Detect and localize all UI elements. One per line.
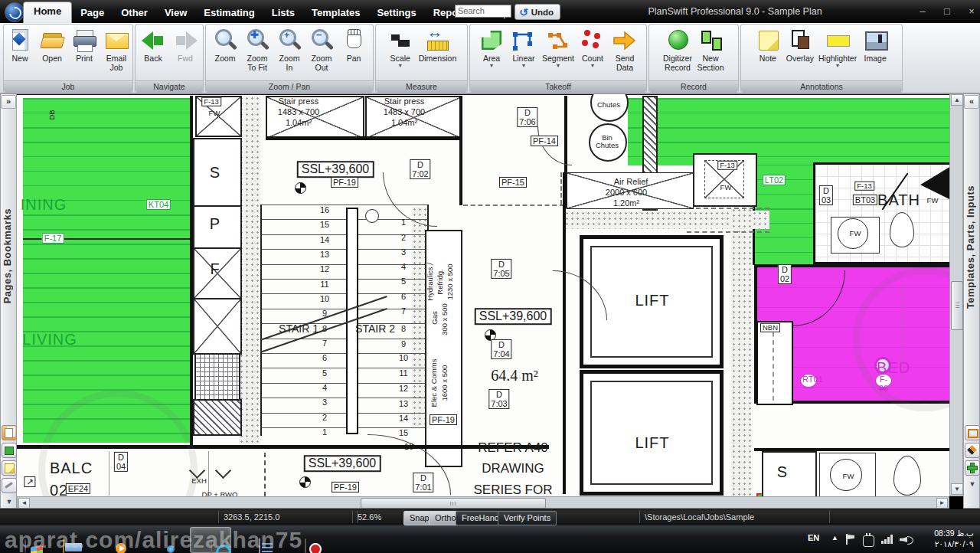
group-label-navigate: Navigate xyxy=(136,80,203,92)
power-plug-icon[interactable] xyxy=(863,535,874,547)
minimize-button[interactable]: – xyxy=(913,5,933,17)
plan-survey-marker xyxy=(295,182,306,194)
dimension-button[interactable]: ↔ Dimension xyxy=(416,25,459,64)
count-label: Count xyxy=(582,54,603,63)
plan-hatch-band xyxy=(731,165,751,496)
app-logo-icon[interactable] xyxy=(5,2,24,22)
scroll-right-arrow[interactable]: ► xyxy=(936,498,948,509)
left-panel-label[interactable]: Pages, Bookmarks xyxy=(2,208,17,303)
segment-button[interactable]: Segment ▼ xyxy=(540,25,577,68)
image-button[interactable]: Image xyxy=(859,25,891,64)
area-button[interactable]: Area ▼ xyxy=(475,25,508,68)
action-center-flag-icon[interactable] xyxy=(846,534,855,545)
pages-tool-icon[interactable] xyxy=(2,425,17,440)
highlighter-dropdown-arrow[interactable]: ▼ xyxy=(835,64,841,67)
email-job-button[interactable]: Email Job xyxy=(100,25,132,73)
plan-label: 13 xyxy=(320,250,329,259)
vertical-scroll-thumb[interactable]: lll xyxy=(951,281,963,330)
menu-tab[interactable]: Page xyxy=(72,4,113,23)
digitizer-record-button[interactable]: Digitizer Record xyxy=(661,25,694,73)
back-button[interactable]: Back xyxy=(137,25,169,64)
linear-dropdown-arrow[interactable]: ▼ xyxy=(521,64,527,67)
menu-tab[interactable]: Templates xyxy=(303,4,368,23)
count-button[interactable]: Count ▼ xyxy=(577,25,609,68)
plan-label: 7 xyxy=(401,306,406,316)
search-input[interactable]: Search xyxy=(455,5,511,18)
language-indicator[interactable]: EN xyxy=(808,533,819,542)
zoom-to-fit-button[interactable]: ✚ Zoom To Fit xyxy=(241,25,273,73)
plan-wall xyxy=(266,136,459,140)
ribbon: New Open Print Email Job Job Back Fwd Na… xyxy=(0,23,980,94)
clock[interactable]: ب.ظ 08:39 ۲۰۱۸/۳۰/۰۹ xyxy=(934,528,974,549)
restore-button[interactable]: □ xyxy=(937,5,957,17)
menu-tab[interactable]: Lists xyxy=(263,4,303,23)
drawing-canvas[interactable]: DBF-13FWStair press1483 x 7001.04m²Stair… xyxy=(17,93,949,496)
network-signal-icon[interactable] xyxy=(881,535,893,544)
zoom-out-button[interactable]: − Zoom Out xyxy=(305,25,338,73)
menu-tab[interactable]: Other xyxy=(113,4,156,23)
plan-label: 4 xyxy=(401,262,406,271)
close-button[interactable]: × xyxy=(962,5,980,17)
new-button[interactable]: New xyxy=(4,25,36,64)
menu-tab[interactable]: View xyxy=(156,4,195,23)
plan-label: 3 xyxy=(322,398,327,407)
menu-tab[interactable]: Settings xyxy=(368,4,424,23)
linear-button[interactable]: Linear ▼ xyxy=(508,25,540,68)
menu-tab[interactable]: Estimating xyxy=(195,4,263,23)
plan-label: DB xyxy=(48,110,56,119)
plan-survey-marker xyxy=(299,476,311,488)
area-dropdown-arrow[interactable]: ▼ xyxy=(489,64,495,67)
expand-right-panel-button[interactable]: « xyxy=(964,95,979,109)
undo-button[interactable]: ↺ Undo xyxy=(514,4,560,20)
templates-tool-icon[interactable] xyxy=(965,425,980,440)
scroll-down-arrow[interactable]: ▼ xyxy=(951,483,963,495)
parts-tool-icon[interactable] xyxy=(965,443,980,458)
horizontal-scrollbar[interactable]: ◄ lll ► xyxy=(17,496,949,509)
note-button[interactable]: Note xyxy=(752,25,784,64)
send-data-button[interactable]: Send Data xyxy=(609,25,641,73)
new-section-button[interactable]: New Section xyxy=(694,25,727,73)
forward-button[interactable]: Fwd xyxy=(169,25,201,64)
annotate-tool-icon[interactable] xyxy=(2,478,17,493)
vertical-scrollbar[interactable]: ▲ lll ▼ xyxy=(949,93,963,496)
status-toggle-button[interactable]: Verify Points xyxy=(498,511,557,525)
plan-label: P xyxy=(210,215,220,232)
takeoff-area-green-top[interactable] xyxy=(628,98,949,165)
zoom-in-button[interactable]: + Zoom In xyxy=(273,25,305,73)
magnifier-minus-icon: − xyxy=(308,28,335,53)
plan-label: STAIR 2 xyxy=(355,323,395,335)
more-tools-down-arrow[interactable]: ▼ xyxy=(965,478,979,492)
overlay-button[interactable]: Overlay xyxy=(784,25,816,64)
ribbon-group-zoom-pan: Zoom ✚ Zoom To Fit + Zoom In − Zoom Out … xyxy=(205,24,374,93)
pan-button[interactable]: Pan xyxy=(338,25,370,64)
highlighter-button[interactable]: Highlighter ▼ xyxy=(816,25,859,68)
scroll-left-arrow[interactable]: ◄ xyxy=(18,498,30,509)
scale-button[interactable]: Scale ▼ xyxy=(384,25,416,68)
right-panel-label[interactable]: Templates, Parts, Inputs xyxy=(965,185,980,309)
print-button[interactable]: Print xyxy=(68,25,100,64)
plan-label: Stair press xyxy=(279,97,319,106)
open-button[interactable]: Open xyxy=(36,25,68,64)
segment-dropdown-arrow[interactable]: ▼ xyxy=(556,64,561,67)
speaker-icon[interactable] xyxy=(900,535,910,544)
plan-label: BATH xyxy=(877,191,920,208)
notes-tool-icon[interactable] xyxy=(2,460,17,476)
more-tools-down-arrow[interactable]: ▼ xyxy=(2,496,16,509)
scale-dropdown-arrow[interactable]: ▼ xyxy=(397,64,403,67)
plan-label: PF-15 xyxy=(499,177,527,188)
count-dropdown-arrow[interactable]: ▼ xyxy=(590,64,596,67)
forward-arrow-icon xyxy=(172,28,199,53)
add-tool-icon[interactable] xyxy=(965,460,980,476)
plan-label: Refridg. xyxy=(436,269,444,294)
plan-label: 15 xyxy=(320,220,329,229)
horizontal-scroll-thumb[interactable]: lll xyxy=(361,498,546,509)
expand-left-panel-button[interactable]: » xyxy=(1,95,16,109)
scroll-up-arrow[interactable]: ▲ xyxy=(951,94,963,106)
takeoff-tool-icon[interactable] xyxy=(2,443,17,458)
group-label-measure: Measure xyxy=(376,80,467,92)
plan-dashed-line xyxy=(687,231,769,233)
plan-dashed-line xyxy=(463,205,564,206)
menu-tab[interactable]: Home xyxy=(23,2,72,23)
zoom-button[interactable]: Zoom xyxy=(209,25,241,64)
tray-expand-arrow[interactable]: ▲ xyxy=(831,534,838,542)
